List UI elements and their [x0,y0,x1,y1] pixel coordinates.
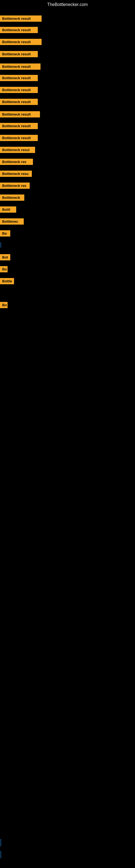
bottleneck-result-badge: Bottleneck res [0,159,33,165]
bottleneck-result-badge: Bottleneck result [0,16,42,22]
bottleneck-result-badge: Bottlenec [0,218,24,225]
vertical-line [1,242,1,248]
bottleneck-result-badge: Bottleneck result [0,135,38,141]
bottleneck-result-badge: Bottl [0,207,16,213]
site-title: TheBottlenecker.com [0,0,135,9]
bottleneck-result-badge: Bottleneck resu [0,170,32,177]
bottleneck-result-badge: Bo [0,266,8,272]
bottleneck-result-badge: Bottle [0,278,14,284]
bottleneck-result-badge: Bottleneck result [0,63,41,70]
bottleneck-result-badge: Bottleneck result [0,27,38,33]
bottleneck-result-badge: Bottleneck result [0,51,38,57]
bottleneck-result-badge: Bo [0,302,8,308]
bottleneck-result-badge: Bottleneck result [0,123,38,129]
vertical-line [1,851,1,856]
bottleneck-result-badge: Bottleneck resul [0,147,35,153]
bottleneck-result-badge: Bottleneck [0,194,24,201]
bottleneck-result-badge: Bottleneck result [0,99,38,105]
bottleneck-result-badge: Bottleneck result [0,75,38,81]
vertical-line [1,839,1,844]
bottleneck-result-badge: Bottleneck result [0,87,38,93]
bottleneck-result-badge: Bottleneck res [0,183,30,189]
bottleneck-result-badge: Bottleneck result [0,39,42,45]
bottleneck-result-badge: Bottleneck result [0,111,40,118]
bottleneck-result-badge: Bo [0,230,10,237]
bottleneck-result-badge: Bot [0,254,10,260]
